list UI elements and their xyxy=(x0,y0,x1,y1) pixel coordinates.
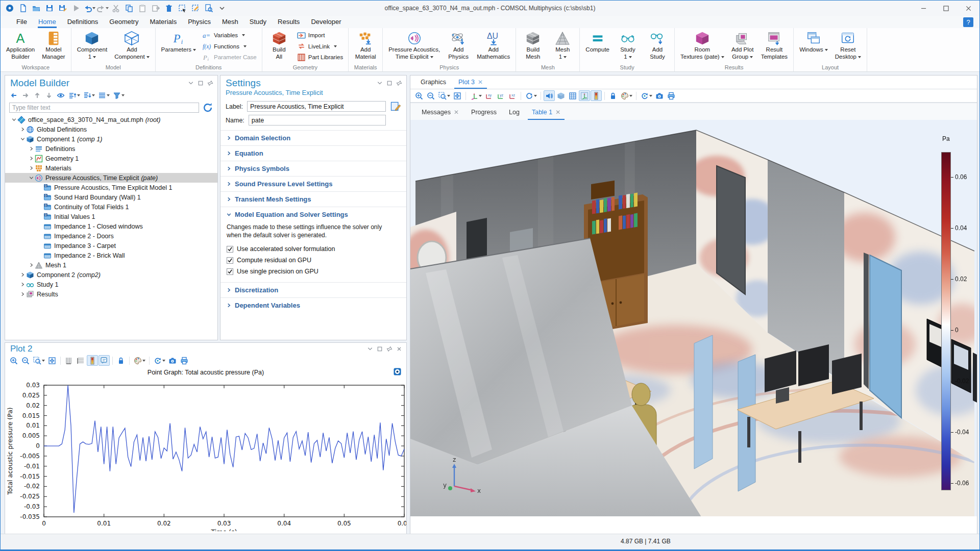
ribbon-part-libraries[interactable]: Part Libraries xyxy=(297,53,343,62)
maximize-button[interactable] xyxy=(935,1,957,16)
tree-item[interactable]: Results xyxy=(5,289,217,299)
grid-h-button[interactable] xyxy=(75,355,86,366)
ribbon-add-physics[interactable]: AddPhysics xyxy=(444,29,473,64)
ribbon-add-component[interactable]: AddComponent xyxy=(111,29,153,64)
camera-button[interactable] xyxy=(654,90,665,101)
app-logo-button[interactable] xyxy=(4,3,16,14)
tree-item[interactable]: DSound Hard Boundary (Wall) 1 xyxy=(5,192,217,202)
tree-item[interactable]: Impedance 2 - Brick Wall xyxy=(5,251,217,260)
ribbon-parameters[interactable]: PiParameters xyxy=(158,29,200,64)
section-equation[interactable]: Equation xyxy=(220,146,406,161)
tree-item[interactable]: DPressure Acoustics, Time Explicit Model… xyxy=(5,183,217,192)
close-tab-icon[interactable]: ✕ xyxy=(478,79,483,86)
label-input[interactable] xyxy=(247,101,386,112)
zoom-box-button[interactable] xyxy=(437,90,451,101)
section-physics-symbols[interactable]: Physics Symbols xyxy=(220,161,406,176)
section-model-equation-and-solver-settings[interactable]: Model Equation and Solver Settings xyxy=(220,207,406,222)
goto-view-button[interactable] xyxy=(469,90,483,101)
nav-up-button[interactable] xyxy=(32,90,43,101)
refresh-button[interactable] xyxy=(639,90,653,101)
panel-caret-icon[interactable] xyxy=(367,346,373,352)
open-file-button[interactable] xyxy=(30,3,42,14)
tree-item[interactable]: office_space_63_30T0_N4_ma_out.mph(root) xyxy=(5,115,217,124)
duplicate-button[interactable] xyxy=(150,3,162,14)
lock-button[interactable] xyxy=(115,355,127,366)
minimize-button[interactable] xyxy=(912,1,935,16)
section-discretization[interactable]: Discretization xyxy=(220,283,406,297)
checkbox-use-accelerated-solver-formulation[interactable]: Use accelerated solver formulation xyxy=(227,243,400,255)
zoom-in-button[interactable] xyxy=(8,355,19,366)
ribbon-add-material[interactable]: AddMaterial xyxy=(351,29,380,64)
close-button[interactable] xyxy=(957,1,979,16)
tab-log[interactable]: Log xyxy=(503,106,526,120)
panel-max-icon[interactable] xyxy=(198,80,204,86)
zoom-in-button[interactable] xyxy=(413,90,425,101)
expander-closed-icon[interactable] xyxy=(19,282,26,287)
menu-mesh[interactable]: Mesh xyxy=(216,16,244,28)
cut-button[interactable] xyxy=(110,3,122,14)
view-xy-button[interactable]: xy xyxy=(483,90,495,101)
delete-button[interactable] xyxy=(163,3,175,14)
section-domain-selection[interactable]: Domain Selection xyxy=(220,131,406,145)
name-input[interactable] xyxy=(249,115,386,126)
select-frame-button[interactable] xyxy=(176,3,188,14)
expander-open-icon[interactable] xyxy=(28,176,35,180)
help-button[interactable]: ? xyxy=(963,17,973,27)
ribbon-import[interactable]: Import xyxy=(297,31,343,40)
ribbon-mesh-1[interactable]: Mesh1 xyxy=(548,29,577,64)
ribbon-add-mathematics[interactable]: ΔUAddMathematics xyxy=(473,29,513,64)
close-tab-icon[interactable]: ✕ xyxy=(555,109,560,116)
grid-v-button[interactable] xyxy=(63,355,75,366)
transparency-button[interactable] xyxy=(555,90,567,101)
find-button[interactable] xyxy=(203,3,215,14)
palette-button[interactable] xyxy=(619,90,633,101)
menu-home[interactable]: Home xyxy=(33,16,62,28)
ribbon-windows[interactable]: Windows xyxy=(796,29,831,64)
tab-progress[interactable]: Progress xyxy=(465,106,503,120)
section-dependent-variables[interactable]: Dependent Variables xyxy=(220,298,406,313)
cbar-toggle-button[interactable] xyxy=(591,90,602,101)
graphics-canvas[interactable]: z x y Time=0.017 s Room Textures (pate) … xyxy=(410,105,977,516)
tree-item[interactable]: Global Definitions xyxy=(5,124,217,134)
tab-table-1[interactable]: Table 1✕ xyxy=(526,106,567,120)
expander-closed-icon[interactable] xyxy=(28,156,35,161)
tab-graphics[interactable]: Graphics xyxy=(414,77,452,89)
ribbon-model-manager[interactable]: ModelManager xyxy=(38,29,68,64)
view-yz-button[interactable]: yz xyxy=(495,90,506,101)
tree-filter-input[interactable] xyxy=(9,103,199,113)
panel-close-icon[interactable] xyxy=(396,346,402,352)
menu-physics[interactable]: Physics xyxy=(182,16,216,28)
menu-geometry[interactable]: Geometry xyxy=(104,16,144,28)
expander-open-icon[interactable] xyxy=(10,117,17,122)
ribbon-room-textures-pate-[interactable]: RoomTextures (pate) xyxy=(677,29,728,64)
zoom-box-button[interactable] xyxy=(32,355,46,366)
expander-closed-icon[interactable] xyxy=(19,292,26,296)
tree-item[interactable]: Study 1 xyxy=(5,280,217,289)
ribbon-compute[interactable]: Compute xyxy=(582,29,613,64)
ribbon-parameter-case[interactable]: PiParameter Case xyxy=(203,53,257,62)
ribbon-build-all[interactable]: BuildAll xyxy=(264,29,294,64)
tab-messages[interactable]: Messages✕ xyxy=(415,106,465,120)
undo-button[interactable] xyxy=(83,3,95,14)
print-button[interactable] xyxy=(666,90,677,101)
point-graph-chart[interactable]: 0.030.0250.020.0150.010.0050-0.005-0.01-… xyxy=(5,378,406,531)
copy-button[interactable] xyxy=(123,3,135,14)
print-button[interactable] xyxy=(179,355,190,366)
checkbox-use-single-precision-on-gpu[interactable]: Use single precision on GPU xyxy=(227,266,400,277)
panel-pin-icon[interactable] xyxy=(386,346,393,352)
zoom-out-button[interactable] xyxy=(20,355,31,366)
new-file-button[interactable] xyxy=(17,3,29,14)
redo-button[interactable] xyxy=(96,3,109,14)
panel-max-icon[interactable] xyxy=(377,346,383,352)
ribbon-application-builder[interactable]: AApplicationBuilder xyxy=(3,29,38,64)
panel-pin-icon[interactable] xyxy=(396,80,402,86)
move-up-button[interactable] xyxy=(67,90,81,101)
save-as-button[interactable] xyxy=(57,3,69,14)
lock-button[interactable] xyxy=(607,90,619,101)
expander-closed-icon[interactable] xyxy=(28,146,35,151)
annot-toggle-button[interactable] xyxy=(99,355,110,366)
ribbon-pressure-acoustics-time-explicit[interactable]: Pressure Acoustics,Time Explicit xyxy=(385,29,444,64)
palette-button[interactable] xyxy=(132,355,146,366)
funnel-button[interactable] xyxy=(111,90,126,101)
tree-item[interactable]: Geometry 1 xyxy=(5,154,217,163)
